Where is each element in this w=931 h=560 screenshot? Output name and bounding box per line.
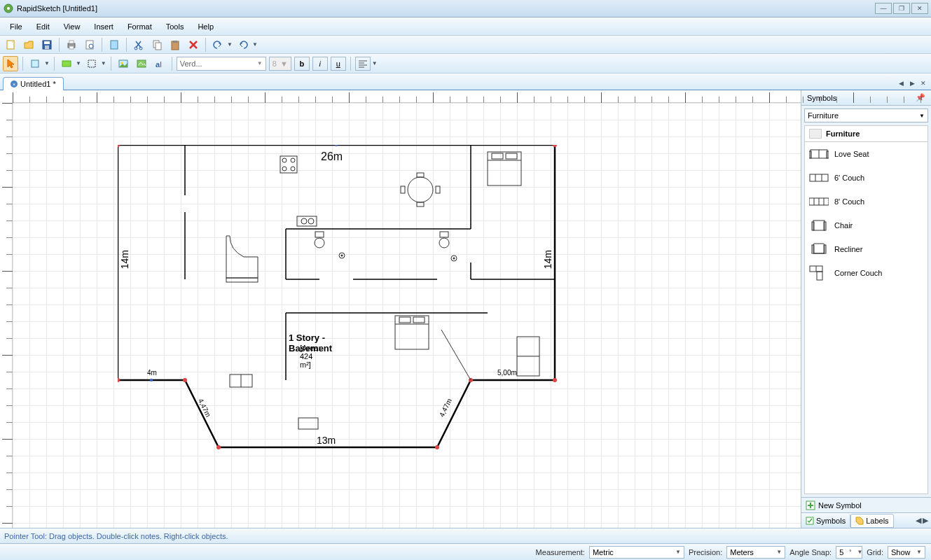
menu-insert[interactable]: Insert [87, 20, 120, 34]
undo-icon[interactable] [210, 37, 226, 52]
minimize-button[interactable]: — [875, 3, 892, 14]
couch8-icon [809, 195, 829, 208]
page-icon[interactable] [106, 37, 122, 52]
grid-select[interactable]: Show▼ [888, 546, 925, 559]
precision-select[interactable]: Meters▼ [726, 546, 785, 559]
menu-file[interactable]: File [3, 20, 29, 34]
svg-point-1 [7, 7, 10, 10]
menu-help[interactable]: Help [191, 20, 221, 34]
open-icon[interactable] [21, 37, 36, 52]
symbol-item[interactable]: 6' Couch [805, 166, 927, 190]
underline-button[interactable]: u [331, 57, 346, 71]
align-button[interactable] [355, 57, 371, 71]
menubar: File Edit View Insert Format Tools Help [0, 18, 931, 36]
dim-left: 14m [119, 250, 130, 269]
svg-point-54 [282, 167, 287, 171]
delete-icon[interactable] [186, 37, 201, 52]
menu-view[interactable]: View [57, 20, 88, 34]
recliner-icon [809, 243, 829, 255]
window-title: RapidSketch [Untitled1] [17, 4, 874, 13]
side-next-icon[interactable]: ▶ [923, 516, 928, 525]
svg-rect-60 [436, 186, 440, 193]
svg-point-35 [216, 445, 221, 449]
shape-dropdown-icon[interactable]: ▼ [44, 60, 50, 66]
redo-dropdown-icon[interactable]: ▼ [252, 41, 258, 48]
align-dropdown-icon[interactable]: ▼ [372, 60, 378, 66]
canvas[interactable]: 26m 14m 14m 4m 5,00m 4,47m 4,47m 13m 1 S… [13, 103, 801, 528]
paste-icon[interactable] [167, 37, 183, 52]
new-symbol-label: New Symbol [818, 501, 862, 510]
symbols-panel-title: Symbols 📌 [801, 90, 931, 106]
italic-button[interactable]: i [312, 57, 328, 71]
symbol-item[interactable]: Corner Couch [805, 261, 927, 285]
symbol-item[interactable]: Recliner [805, 237, 927, 261]
font-size-value: 8 [273, 59, 277, 68]
symbol-group-label: Furniture [826, 130, 860, 138]
symbol-item[interactable]: 8' Couch [805, 190, 927, 214]
toolbar-drawing: ▼ ▼ ▼ aI Verd...▼ 8▼ b i u ▼ [0, 54, 931, 74]
measurement-label: Measurement: [536, 548, 585, 556]
measurement-value: Metric [593, 548, 614, 556]
document-tabbar: × Untitled1 * ◀ ▶ ✕ [0, 74, 931, 90]
side-prev-icon[interactable]: ◀ [916, 516, 921, 525]
bold-button[interactable]: b [294, 57, 310, 71]
precision-label: Precision: [689, 548, 722, 556]
tab-labels[interactable]: Labels [850, 514, 893, 528]
symbol-item[interactable]: Love Seat [805, 142, 927, 166]
measurement-select[interactable]: Metric▼ [589, 546, 684, 559]
tab-symbols[interactable]: Symbols [801, 514, 850, 527]
preview-icon[interactable] [82, 37, 97, 52]
svg-point-56 [408, 177, 433, 202]
svg-point-34 [435, 445, 439, 449]
picture-icon[interactable] [134, 56, 149, 71]
tab-symbols-label: Symbols [816, 517, 846, 525]
copy-icon[interactable] [149, 37, 165, 52]
grid-label: Grid: [867, 548, 883, 556]
symbol-category-select[interactable]: Furniture▼ [804, 108, 928, 122]
cut-icon[interactable] [131, 37, 146, 52]
print-icon[interactable] [64, 37, 79, 52]
pointer-tool-icon[interactable] [3, 56, 18, 71]
symbol-group-header[interactable]: Furniture [804, 125, 928, 142]
dim-bottom: 13m [317, 435, 336, 446]
close-button[interactable]: ✕ [911, 3, 928, 14]
svg-rect-57 [417, 173, 424, 177]
redo-icon[interactable] [235, 37, 251, 52]
statusbar: Pointer Tool: Drag objects. Double-click… [0, 528, 931, 543]
svg-point-31 [553, 145, 557, 147]
document-tab[interactable]: × Untitled1 * [3, 77, 64, 90]
line-dropdown-icon[interactable]: ▼ [76, 60, 81, 66]
new-icon[interactable] [3, 37, 18, 52]
loveseat-icon [809, 148, 829, 160]
shape-tool-icon[interactable] [27, 56, 43, 71]
menu-tools[interactable]: Tools [159, 20, 191, 34]
undo-dropdown-icon[interactable]: ▼ [227, 41, 233, 48]
menu-edit[interactable]: Edit [29, 20, 57, 34]
save-icon[interactable] [39, 37, 55, 52]
menu-format[interactable]: Format [120, 20, 159, 34]
ruler-vertical [0, 103, 13, 528]
precision-value: Meters [730, 548, 754, 556]
image-tool-icon[interactable] [116, 56, 131, 71]
svg-rect-58 [417, 202, 424, 206]
tab-next-icon[interactable]: ▶ [907, 78, 917, 88]
line-tool-icon[interactable] [59, 56, 74, 71]
tab-close-all-icon[interactable]: ✕ [918, 78, 928, 88]
maximize-button[interactable]: ❐ [893, 3, 910, 14]
svg-rect-68 [315, 232, 324, 237]
new-symbol-button[interactable]: New Symbol [801, 497, 931, 512]
rect-select-icon[interactable] [84, 56, 99, 71]
font-select[interactable]: Verd...▼ [177, 57, 266, 71]
angle-select[interactable]: 5°▼ [836, 546, 862, 559]
symbol-label: Chair [834, 221, 853, 230]
svg-text:I: I [160, 60, 162, 69]
svg-rect-8 [69, 46, 74, 49]
symbol-item[interactable]: Chair [805, 214, 927, 237]
font-size-select[interactable]: 8▼ [269, 57, 291, 71]
tab-prev-icon[interactable]: ◀ [896, 78, 906, 88]
tab-close-icon[interactable]: × [11, 80, 18, 88]
group-swatch-icon [809, 129, 822, 139]
text-tool-icon[interactable]: aI [152, 56, 167, 71]
svg-rect-7 [69, 41, 74, 43]
rect-dropdown-icon[interactable]: ▼ [101, 60, 106, 66]
